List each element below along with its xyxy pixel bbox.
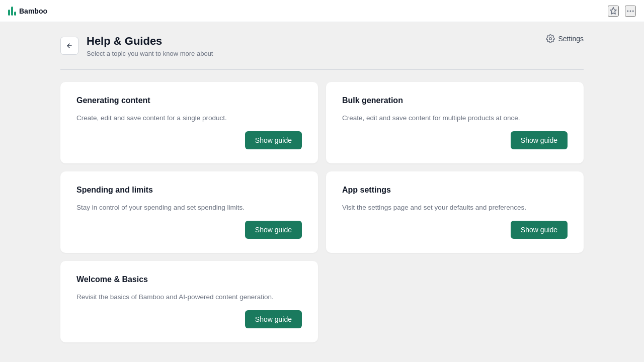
show-guide-welcome-basics-button[interactable]: Show guide <box>245 310 302 328</box>
svg-point-1 <box>630 10 631 12</box>
app-logo: Bamboo <box>8 7 47 16</box>
card-welcome-basics-title: Welcome & Basics <box>76 275 302 284</box>
show-guide-app-settings-button[interactable]: Show guide <box>511 221 568 239</box>
show-guide-spending-limits-button[interactable]: Show guide <box>245 221 302 239</box>
card-spending-limits-title: Spending and limits <box>76 186 302 195</box>
navbar-left: Bamboo <box>8 7 47 16</box>
card-bulk-generation-description: Create, edit and save content for multip… <box>342 113 568 123</box>
card-generating-content-description: Create, edit and save content for a sing… <box>76 113 302 123</box>
logo-bar-1 <box>8 10 10 16</box>
navbar: Bamboo <box>0 0 644 22</box>
card-generating-content: Generating content Create, edit and save… <box>60 82 318 163</box>
card-app-settings: App settings Visit the settings page and… <box>326 171 584 253</box>
card-welcome-basics-description: Revisit the basics of Bamboo and AI-powe… <box>76 292 302 302</box>
logo-bar-3 <box>14 12 16 16</box>
card-bulk-generation-title: Bulk generation <box>342 96 568 105</box>
card-generating-content-footer: Show guide <box>76 131 302 149</box>
card-app-settings-title: App settings <box>342 186 568 195</box>
back-button[interactable] <box>60 37 78 55</box>
app-name: Bamboo <box>19 7 47 15</box>
page-title: Help & Guides <box>87 34 213 49</box>
logo-bar-2 <box>11 7 13 16</box>
card-app-settings-footer: Show guide <box>342 221 568 239</box>
pin-button[interactable] <box>608 6 619 17</box>
settings-button[interactable]: Settings <box>546 34 584 43</box>
more-options-button[interactable] <box>625 6 636 17</box>
page-header-left: Help & Guides Select a topic you want to… <box>60 34 213 57</box>
card-generating-content-title: Generating content <box>76 96 302 105</box>
show-guide-bulk-generation-button[interactable]: Show guide <box>511 131 568 149</box>
card-app-settings-description: Visit the settings page and set your def… <box>342 203 568 213</box>
svg-point-2 <box>632 10 634 12</box>
main-content: Help & Guides Select a topic you want to… <box>0 22 644 362</box>
cards-grid: Generating content Create, edit and save… <box>60 82 584 343</box>
card-bulk-generation: Bulk generation Create, edit and save co… <box>326 82 584 163</box>
navbar-right <box>608 6 636 17</box>
card-welcome-basics: Welcome & Basics Revisit the basics of B… <box>60 261 318 342</box>
card-welcome-basics-footer: Show guide <box>76 310 302 328</box>
show-guide-generating-content-button[interactable]: Show guide <box>245 131 302 149</box>
svg-point-3 <box>549 38 552 40</box>
card-bulk-generation-footer: Show guide <box>342 131 568 149</box>
card-spending-limits: Spending and limits Stay in control of y… <box>60 171 318 253</box>
page-header: Help & Guides Select a topic you want to… <box>60 34 584 57</box>
logo-icon <box>8 7 16 16</box>
svg-point-0 <box>627 10 628 12</box>
settings-label: Settings <box>558 35 584 43</box>
page-subtitle: Select a topic you want to know more abo… <box>87 50 213 57</box>
card-spending-limits-footer: Show guide <box>76 221 302 239</box>
header-divider <box>60 69 584 70</box>
page-title-group: Help & Guides Select a topic you want to… <box>87 34 213 57</box>
card-spending-limits-description: Stay in control of your spending and set… <box>76 203 302 213</box>
